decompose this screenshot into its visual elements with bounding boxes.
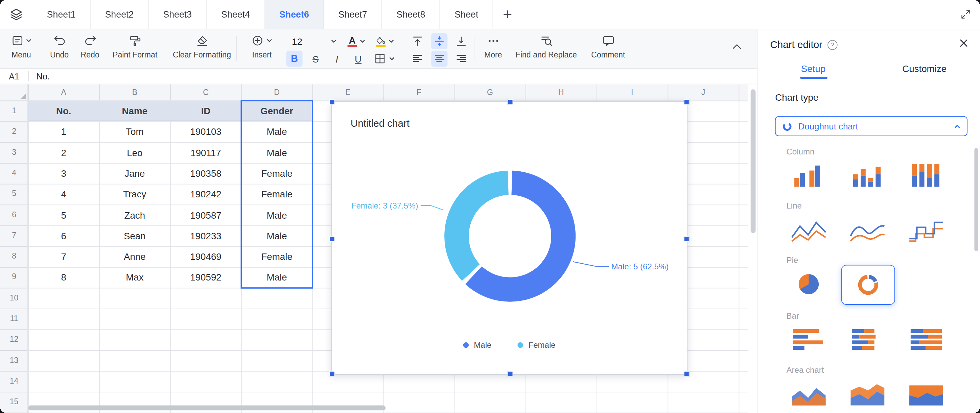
grid-cell[interactable]: 2 (28, 142, 99, 163)
resize-handle[interactable] (684, 236, 689, 242)
col-header[interactable]: F (383, 84, 455, 101)
redo-button[interactable]: Redo (76, 33, 103, 59)
tab-sheet[interactable]: Sheet (440, 0, 493, 29)
collapse-toolbar-button[interactable] (731, 41, 743, 56)
chart-type-line[interactable] (789, 216, 829, 245)
menu-button[interactable]: Menu (6, 33, 36, 59)
chart-type-area-100-stacked[interactable] (906, 380, 946, 408)
borders-button[interactable] (371, 51, 399, 67)
grid-cell[interactable]: Male (242, 121, 312, 142)
grid-cell[interactable]: Max (99, 267, 170, 288)
sheet-grid[interactable]: A B C D E F G H I J 1 2 3 4 5 6 7 8 9 10 (0, 84, 757, 413)
grid-cell[interactable]: Male (242, 267, 312, 288)
grid-cell[interactable]: 5 (28, 205, 99, 226)
grid-cell[interactable]: Zach (99, 205, 170, 226)
grid-cell[interactable]: 190587 (170, 205, 241, 226)
grid-cell[interactable]: 8 (28, 267, 99, 288)
tab-sheet8[interactable]: Sheet8 (382, 0, 440, 29)
col-header[interactable]: I (597, 84, 668, 101)
tab-sheet1[interactable]: Sheet1 (32, 0, 91, 29)
grid-cell[interactable]: ID (170, 101, 241, 122)
resize-handle[interactable] (329, 236, 335, 242)
text-color-button[interactable]: A (345, 33, 370, 49)
row-header[interactable]: 2 (0, 121, 28, 142)
chart-type-column-stacked[interactable] (848, 161, 888, 190)
col-header[interactable]: D (242, 84, 312, 101)
chart-type-smooth-line[interactable] (848, 216, 888, 245)
underline-button[interactable]: U (350, 51, 366, 67)
chart-type-pie[interactable] (789, 270, 829, 299)
grid-cell[interactable]: 190469 (170, 246, 241, 267)
row-header[interactable]: 1 (0, 101, 28, 122)
col-header[interactable]: B (99, 84, 170, 101)
grid-cell[interactable]: Name (99, 101, 170, 122)
select-all-corner[interactable] (0, 84, 28, 101)
chart-type-bar-stacked[interactable] (848, 326, 888, 354)
comment-button[interactable]: Comment (578, 33, 638, 59)
grid-cell[interactable]: Jane (99, 163, 170, 184)
chart-type-area[interactable] (789, 380, 829, 408)
col-header[interactable]: C (170, 84, 241, 101)
grid-cell[interactable]: Male (242, 226, 312, 246)
row-header[interactable]: 9 (0, 267, 28, 288)
grid-cell[interactable]: Female (242, 163, 312, 184)
align-center-button[interactable] (431, 51, 447, 67)
tab-sheet6[interactable]: Sheet6 (265, 0, 324, 29)
horizontal-scrollbar[interactable] (28, 405, 385, 410)
row-header[interactable]: 14 (0, 371, 28, 392)
grid-cell[interactable]: 190592 (170, 267, 241, 288)
find-replace-button[interactable]: Find and Replace (509, 33, 583, 59)
chart-object[interactable]: Untitled chart Female: 3 (37.5%) Male: 5… (331, 101, 687, 375)
grid-cell[interactable]: 6 (28, 226, 99, 246)
row-header[interactable]: 7 (0, 226, 28, 246)
row-header[interactable]: 15 (0, 392, 28, 413)
resize-handle[interactable] (508, 371, 513, 377)
insert-button[interactable]: Insert (245, 33, 279, 59)
row-header[interactable]: 4 (0, 163, 28, 184)
grid-cell[interactable]: 190242 (170, 184, 241, 205)
tab-customize[interactable]: Customize (869, 60, 980, 79)
resize-handle[interactable] (684, 371, 689, 377)
grid-cell[interactable]: 190103 (170, 121, 241, 142)
chart-type-step-line[interactable] (906, 216, 946, 245)
grid-cell[interactable]: No. (28, 101, 99, 122)
grid-cell[interactable]: Male (242, 205, 312, 226)
align-left-button[interactable] (409, 51, 426, 67)
grid-cell[interactable]: Gender (242, 101, 312, 122)
row-header[interactable]: 13 (0, 350, 28, 371)
chart-type-area-stacked[interactable] (848, 380, 888, 408)
grid-cell[interactable]: Female (242, 184, 312, 205)
align-right-button[interactable] (453, 51, 469, 67)
fill-color-button[interactable] (374, 33, 401, 49)
col-header[interactable]: J (668, 84, 738, 101)
strikethrough-button[interactable]: S (307, 51, 324, 67)
tab-sheet4[interactable]: Sheet4 (207, 0, 265, 29)
row-header[interactable]: 3 (0, 142, 28, 163)
grid-cell[interactable]: Tracy (99, 184, 170, 205)
cell-reference-box[interactable]: A1 (0, 71, 28, 81)
grid-cell[interactable]: Male (242, 142, 312, 163)
grid-cell[interactable]: Leo (99, 142, 170, 163)
row-header[interactable]: 6 (0, 205, 28, 226)
row-header[interactable]: 12 (0, 329, 28, 351)
chart-type-bar-clustered[interactable] (789, 326, 829, 354)
sheets-menu-icon[interactable] (0, 0, 32, 29)
tab-sheet7[interactable]: Sheet7 (324, 0, 382, 29)
help-icon[interactable]: ? (827, 40, 838, 50)
grid-cell[interactable]: Anne (99, 246, 170, 267)
col-header[interactable]: A (28, 84, 99, 101)
italic-button[interactable]: I (329, 51, 345, 67)
grid-cell[interactable]: 190358 (170, 163, 241, 184)
col-header[interactable]: G (455, 84, 525, 101)
tab-sheet3[interactable]: Sheet3 (149, 0, 207, 29)
col-header[interactable]: H (525, 84, 597, 101)
resize-handle[interactable] (329, 99, 335, 105)
grid-cell[interactable]: Female (242, 246, 312, 267)
expand-icon[interactable] (959, 8, 972, 21)
more-button[interactable]: More (478, 33, 508, 59)
grid-cell[interactable]: 190117 (170, 142, 241, 163)
vertical-align-top-button[interactable] (409, 33, 426, 49)
vertical-align-bottom-button[interactable] (453, 33, 469, 49)
clear-formatting-button[interactable]: Clear Formatting (170, 33, 234, 59)
resize-handle[interactable] (508, 99, 513, 105)
